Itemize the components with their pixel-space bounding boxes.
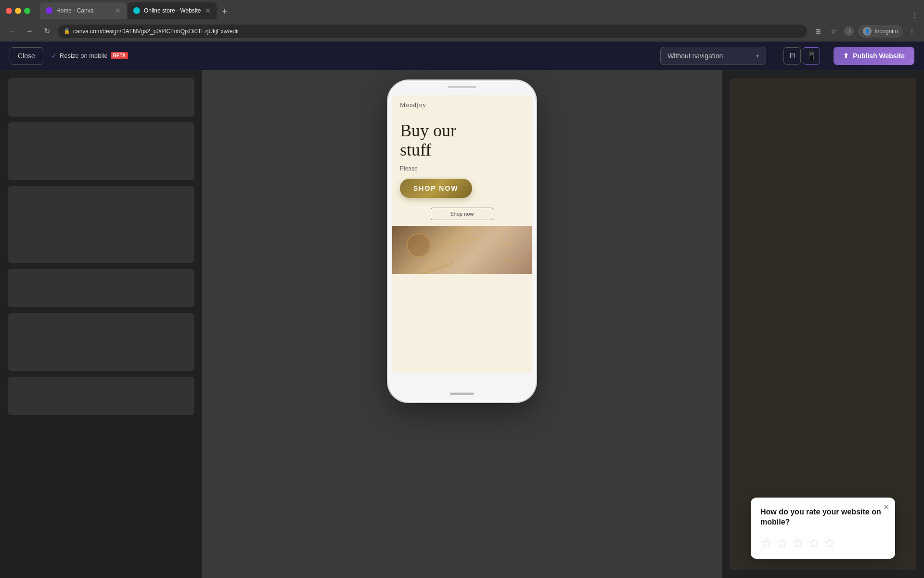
nav-dropdown-label: Without navigation bbox=[667, 52, 723, 60]
publish-label: Publish Website bbox=[853, 52, 905, 60]
address-bar-row: ← → ↻ 🔒 canva.com/design/DAFNVgs2_p0/f4C… bbox=[0, 21, 924, 41]
close-button[interactable]: Close bbox=[10, 47, 43, 65]
site-brand: Moodjoy bbox=[400, 101, 426, 108]
phone-notch bbox=[448, 86, 476, 88]
star-4[interactable]: ☆ bbox=[808, 535, 820, 551]
title-bar: Home - Canva ✕ Online store - Website ✕ … bbox=[0, 0, 924, 21]
more-options-button[interactable]: ⋮ bbox=[906, 25, 918, 38]
canva-favicon bbox=[46, 7, 52, 14]
dropdown-arrow-icon: ▾ bbox=[756, 53, 759, 59]
site-hero: Buy our stuff Please SHOP NOW bbox=[392, 114, 532, 208]
new-tab-button[interactable]: + bbox=[218, 4, 232, 19]
tab-online-store-label: Online store - Website bbox=[144, 7, 201, 14]
back-button[interactable]: ← bbox=[6, 25, 18, 38]
main-area: Moodjoy Buy our stuff Please SHOP NOW Sh… bbox=[0, 70, 924, 578]
blur-card-1 bbox=[8, 78, 194, 117]
traffic-lights bbox=[6, 8, 30, 14]
refresh-icon: ↻ bbox=[44, 26, 50, 36]
tab-home-canva[interactable]: Home - Canva ✕ bbox=[40, 2, 127, 19]
tab-online-store[interactable]: Online store - Website ✕ bbox=[128, 2, 217, 19]
site-product-image bbox=[392, 226, 532, 274]
star-5[interactable]: ☆ bbox=[824, 535, 836, 551]
phone-home-bar bbox=[450, 393, 474, 395]
headline-line1: Buy our bbox=[400, 121, 456, 140]
blur-card-5 bbox=[8, 313, 194, 371]
nav-dropdown[interactable]: Without navigation ▾ bbox=[660, 47, 766, 65]
publish-icon: ⬆ bbox=[843, 52, 849, 60]
mobile-icon: 📱 bbox=[807, 51, 816, 60]
rating-popup: ✕ How do you rate your website on mobile… bbox=[751, 498, 895, 559]
forward-icon: → bbox=[26, 27, 33, 36]
lock-icon: 🔒 bbox=[64, 28, 70, 34]
resize-mobile-badge: ✓ Resize on mobile BETA bbox=[51, 52, 128, 60]
fullscreen-window-button[interactable] bbox=[24, 8, 30, 14]
desktop-icon: 🖥 bbox=[788, 52, 796, 60]
blur-card-2 bbox=[8, 122, 194, 180]
tabs-row: Home - Canva ✕ Online store - Website ✕ … bbox=[40, 2, 918, 19]
site-subtitle: Please bbox=[400, 165, 524, 172]
minimize-window-button[interactable] bbox=[15, 8, 21, 14]
mobile-view-button[interactable]: 📱 bbox=[803, 47, 820, 65]
site-header: Moodjoy bbox=[392, 95, 532, 114]
back-icon: ← bbox=[8, 27, 16, 36]
profile-icon-button[interactable]: I bbox=[843, 25, 855, 38]
check-icon: ✓ bbox=[51, 52, 57, 60]
url-text: canva.com/design/DAFNVgs2_p0/f4CFnbQjxDi… bbox=[73, 28, 239, 35]
tab-home-canva-close[interactable]: ✕ bbox=[115, 7, 121, 14]
toolbar-icons: ⊞ ☆ I 👤 Incognito ⋮ bbox=[812, 25, 918, 38]
bookmark-icon-button[interactable]: ☆ bbox=[827, 25, 840, 38]
star-3[interactable]: ☆ bbox=[792, 535, 804, 551]
address-bar[interactable]: 🔒 canva.com/design/DAFNVgs2_p0/f4CFnbQjx… bbox=[58, 25, 807, 38]
tab-expand-icon: ⋮ bbox=[911, 11, 918, 19]
rating-title: How do you rate your website on mobile? bbox=[760, 507, 886, 527]
tab-home-canva-label: Home - Canva bbox=[56, 7, 93, 14]
blur-card-3 bbox=[8, 186, 194, 263]
blur-card-4 bbox=[8, 269, 194, 307]
phone-mockup: Moodjoy Buy our stuff Please SHOP NOW Sh… bbox=[387, 80, 537, 407]
shop-now-outline-button[interactable]: Shop now bbox=[431, 208, 493, 220]
blur-card-right-1 bbox=[730, 78, 916, 570]
phone-outer: Moodjoy Buy our stuff Please SHOP NOW Sh… bbox=[387, 80, 537, 403]
view-icons: 🖥 📱 bbox=[783, 47, 820, 65]
incognito-icon: 👤 bbox=[863, 27, 872, 36]
incognito-label: Incognito bbox=[874, 28, 898, 35]
star-2[interactable]: ☆ bbox=[776, 535, 788, 551]
left-sidebar-blur bbox=[0, 70, 202, 578]
phone-screen[interactable]: Moodjoy Buy our stuff Please SHOP NOW Sh… bbox=[392, 95, 532, 373]
refresh-button[interactable]: ↻ bbox=[40, 25, 53, 38]
browser-frame: Home - Canva ✕ Online store - Website ✕ … bbox=[0, 0, 924, 578]
forward-button[interactable]: → bbox=[23, 25, 36, 38]
headline-line2: stuff bbox=[400, 140, 431, 159]
shop-now-button[interactable]: SHOP NOW bbox=[400, 179, 472, 198]
publish-website-button[interactable]: ⬆ Publish Website bbox=[834, 47, 914, 65]
desktop-view-button[interactable]: 🖥 bbox=[783, 47, 801, 65]
blur-card-6 bbox=[8, 377, 194, 415]
beta-badge: BETA bbox=[111, 52, 128, 59]
cast-icon-button[interactable]: ⊞ bbox=[812, 25, 824, 38]
online-store-favicon bbox=[133, 7, 140, 14]
tab-online-store-close[interactable]: ✕ bbox=[205, 7, 211, 14]
incognito-button[interactable]: 👤 Incognito bbox=[858, 25, 903, 38]
canva-toolbar: Close ✓ Resize on mobile BETA Without na… bbox=[0, 41, 924, 70]
site-headline: Buy our stuff bbox=[400, 121, 524, 159]
star-1[interactable]: ☆ bbox=[760, 535, 772, 551]
stars-row: ☆ ☆ ☆ ☆ ☆ bbox=[760, 535, 886, 551]
close-window-button[interactable] bbox=[6, 8, 12, 14]
resize-mobile-label: Resize on mobile bbox=[60, 52, 108, 59]
rating-close-button[interactable]: ✕ bbox=[883, 502, 889, 512]
